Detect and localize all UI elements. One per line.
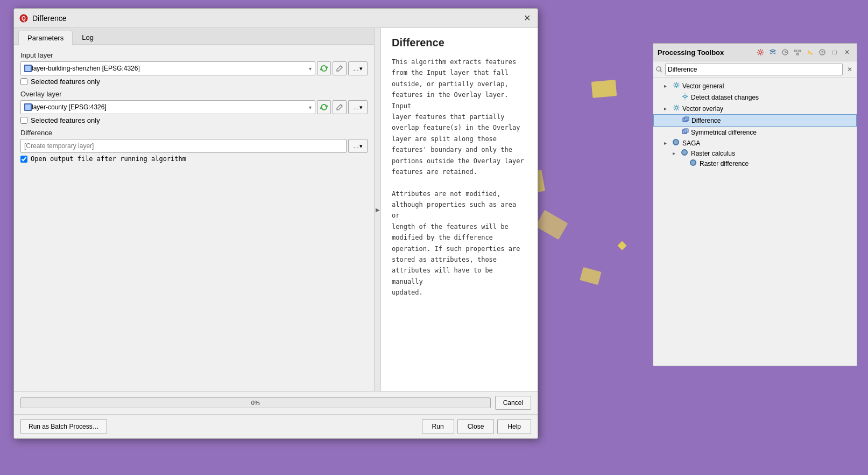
tree-group-vector-overlay[interactable]: ▸ Vector overlay xyxy=(653,103,857,114)
overlay-layer-sync-button[interactable] xyxy=(317,100,331,114)
svg-rect-16 xyxy=(684,129,688,132)
toolbox-search-input[interactable] xyxy=(665,64,843,75)
svg-rect-14 xyxy=(684,117,689,121)
parameters-area: Input layer layer-building-shenzhen [EPS… xyxy=(14,45,374,391)
input-layer-value: layer-building-shenzhen [EPSG:4326] xyxy=(32,65,309,72)
overlay-layer-combo[interactable]: layer-county [EPSG:4326] ▾ xyxy=(20,100,315,114)
toolbox-settings-button[interactable] xyxy=(755,47,766,58)
tree-item-detect-dataset-changes[interactable]: Detect dataset changes xyxy=(653,92,857,103)
toolbox-scripts-button[interactable] xyxy=(805,47,815,58)
toolbox-header: Processing Toolbox xyxy=(653,44,857,61)
help-title: Difference xyxy=(392,37,527,49)
input-selected-label: Selected features only xyxy=(31,78,100,86)
vector-general-arrow: ▸ xyxy=(664,83,671,89)
input-layer-arrow: ▾ xyxy=(309,66,312,72)
raster-diff-label: Raster difference xyxy=(700,160,749,167)
tab-bar: Parameters Log xyxy=(14,28,374,45)
tab-log[interactable]: Log xyxy=(73,30,103,44)
toolbox-models-button[interactable] xyxy=(792,47,803,58)
left-panel: Parameters Log Input layer layer-buildin… xyxy=(14,28,375,391)
run-button[interactable]: Run xyxy=(422,419,454,434)
difference-poly-icon xyxy=(682,116,689,125)
toolbox-history-button[interactable] xyxy=(780,47,791,58)
svg-point-9 xyxy=(657,67,661,71)
detect-dataset-label: Detect dataset changes xyxy=(691,94,759,101)
svg-point-11 xyxy=(684,95,687,98)
tree-group-vector-general[interactable]: ▸ Vector general xyxy=(653,80,857,92)
input-layer-combo[interactable]: layer-building-shenzhen [EPSG:4326] ▾ xyxy=(20,61,315,75)
saga-icon xyxy=(673,139,679,147)
raster-calculus-icon xyxy=(681,149,688,157)
saga-label: SAGA xyxy=(682,139,700,147)
open-output-label: Open output file after running algorithm xyxy=(31,155,186,163)
vector-overlay-gear-icon xyxy=(673,104,680,113)
overlay-layer-label: Overlay layer xyxy=(20,90,368,98)
overlay-layer-value: layer-county [EPSG:4326] xyxy=(32,103,309,111)
processing-toolbox: Processing Toolbox xyxy=(653,43,857,366)
input-layer-row: layer-building-shenzhen [EPSG:4326] ▾ xyxy=(20,61,368,75)
tree-item-difference[interactable]: Difference xyxy=(653,114,857,127)
help-text: This algorithm extracts features from th… xyxy=(392,57,527,298)
toolbox-icon-buttons: ? □ ✕ xyxy=(755,47,852,58)
dialog-app-icon: Q xyxy=(19,14,28,23)
tab-parameters[interactable]: Parameters xyxy=(18,31,73,45)
overlay-selected-checkbox[interactable] xyxy=(20,117,27,124)
tree-group-saga[interactable]: ▸ SAGA xyxy=(653,138,857,148)
toolbox-help-button[interactable]: ? xyxy=(817,47,828,58)
close-dialog-button[interactable]: ✕ xyxy=(521,13,532,24)
help-button[interactable]: Help xyxy=(497,419,531,434)
difference-dialog: Q Difference ✕ Parameters Log Input laye… xyxy=(13,8,538,439)
vector-general-label: Vector general xyxy=(682,82,724,90)
right-buttons: Run Close Help xyxy=(422,419,531,434)
raster-calculus-arrow: ▸ xyxy=(673,150,679,156)
toolbox-close-float-button[interactable]: □ xyxy=(829,47,840,58)
overlay-layer-more-button[interactable]: …▾ xyxy=(348,100,368,114)
difference-output-label: Difference xyxy=(20,129,368,137)
close-button[interactable]: Close xyxy=(457,419,495,434)
toolbox-tree: ▸ Vector general Detect dataset changes … xyxy=(653,78,857,366)
open-output-checkbox[interactable] xyxy=(20,156,27,163)
svg-text:?: ? xyxy=(821,50,824,55)
input-layer-icon xyxy=(24,65,32,72)
help-panel: Difference This algorithm extracts featu… xyxy=(381,28,538,391)
toolbox-layers-button[interactable] xyxy=(767,47,778,58)
tree-group-raster-calculus[interactable]: ▸ Raster calculus xyxy=(653,148,857,158)
toolbox-close-button[interactable]: ✕ xyxy=(842,47,852,58)
svg-point-2 xyxy=(759,51,762,54)
difference-label: Difference xyxy=(691,117,721,124)
svg-point-12 xyxy=(675,107,678,109)
panel-collapse-handle[interactable]: ▶ xyxy=(375,28,381,391)
overlay-layer-edit-button[interactable] xyxy=(333,100,347,114)
svg-text:Q: Q xyxy=(22,16,26,22)
dialog-title-text: Difference xyxy=(32,14,67,23)
difference-output-input[interactable] xyxy=(20,139,347,153)
input-layer-sync-button[interactable] xyxy=(317,61,331,75)
toolbox-search-area: ✕ xyxy=(653,61,857,78)
difference-output-more-button[interactable]: …▾ xyxy=(348,139,368,153)
detect-dataset-icon xyxy=(681,93,689,102)
dialog-content: Parameters Log Input layer layer-buildin… xyxy=(14,28,538,391)
input-selected-checkbox[interactable] xyxy=(20,78,27,85)
sym-diff-label: Symmetrical difference xyxy=(691,129,757,136)
overlay-selected-label: Selected features only xyxy=(31,116,100,124)
overlay-layer-arrow: ▾ xyxy=(309,104,312,110)
batch-process-button[interactable]: Run as Batch Process… xyxy=(20,419,107,434)
input-selected-row: Selected features only xyxy=(20,78,368,86)
tree-item-raster-difference[interactable]: Raster difference xyxy=(653,158,857,169)
overlay-layer-row: layer-county [EPSG:4326] ▾ xyxy=(20,100,368,114)
vector-overlay-label: Vector overlay xyxy=(682,105,723,113)
cancel-button[interactable]: Cancel xyxy=(495,396,531,410)
svg-rect-5 xyxy=(799,50,801,52)
raster-diff-icon xyxy=(690,159,696,167)
progress-label: 0% xyxy=(251,400,260,406)
tree-item-symmetrical-difference[interactable]: Symmetrical difference xyxy=(653,127,857,138)
svg-point-10 xyxy=(675,84,678,87)
progress-area: 0% Cancel xyxy=(14,391,538,414)
raster-calculus-label: Raster calculus xyxy=(691,150,735,157)
input-layer-more-button[interactable]: …▾ xyxy=(348,61,368,75)
open-output-row: Open output file after running algorithm xyxy=(20,155,368,163)
dialog-title-area: Q Difference xyxy=(19,14,67,23)
overlay-selected-row: Selected features only xyxy=(20,116,368,124)
input-layer-edit-button[interactable] xyxy=(333,61,347,75)
toolbox-search-clear-button[interactable]: ✕ xyxy=(845,65,855,74)
